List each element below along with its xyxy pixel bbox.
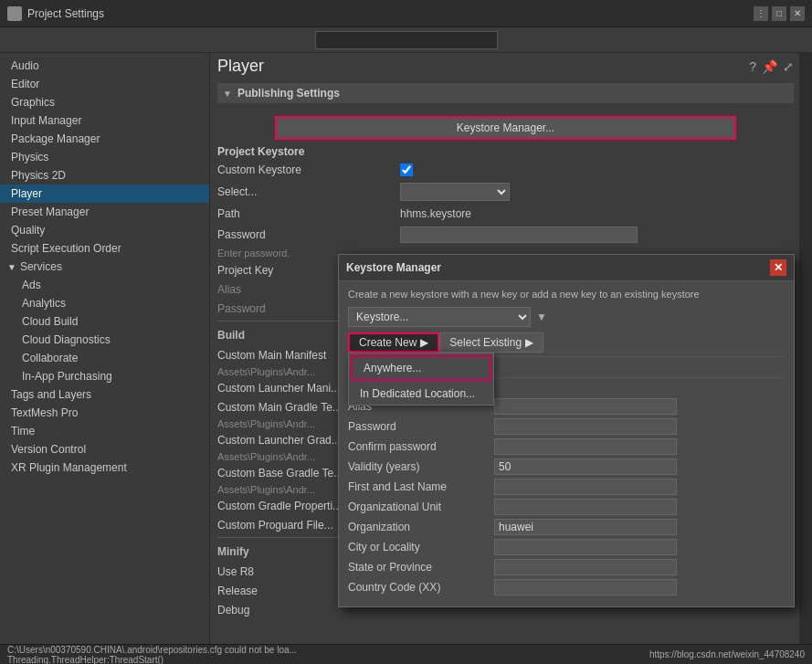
path-value: hhms.keystore: [400, 207, 471, 220]
ks-password-input[interactable]: [494, 418, 677, 435]
sidebar: Audio Editor Graphics Input Manager Pack…: [0, 53, 210, 644]
scrollbar[interactable]: [799, 53, 812, 644]
ks-close-button[interactable]: ✕: [770, 259, 786, 276]
first-last-name-input[interactable]: [494, 479, 677, 495]
sidebar-item-analytics[interactable]: Analytics: [0, 294, 209, 312]
publishing-settings-label: Publishing Settings: [237, 87, 340, 100]
select-existing-arrow: ▶: [525, 336, 533, 349]
sidebar-item-textmesh[interactable]: TextMesh Pro: [0, 404, 209, 422]
window-controls: ⋮ □ ✕: [754, 6, 805, 21]
keystore-manager-button[interactable]: Keystore Manager...: [275, 116, 736, 140]
sidebar-item-editor[interactable]: Editor: [0, 75, 209, 93]
services-label: Services: [20, 260, 62, 273]
org-unit-row: Organizational Unit: [348, 499, 785, 515]
status-bar: C:\Users\n00370590.CHINA\.android\reposi…: [0, 644, 812, 664]
path-row: Path hhms.keystore: [217, 206, 794, 222]
sidebar-item-package-manager[interactable]: Package Manager: [0, 130, 209, 148]
validity-label: Validity (years): [348, 460, 494, 473]
sidebar-item-in-app-purchasing[interactable]: In-App Purchasing: [0, 367, 209, 385]
sidebar-item-tags-layers[interactable]: Tags and Layers: [0, 385, 209, 404]
sidebar-item-services[interactable]: ▼ Services: [0, 258, 209, 276]
pin-button[interactable]: 📌: [762, 59, 777, 74]
publishing-arrow: ▼: [223, 89, 232, 99]
first-last-name-row: First and Last Name: [348, 479, 785, 495]
services-arrow: ▼: [7, 262, 16, 272]
sidebar-item-collaborate[interactable]: Collaborate: [0, 349, 209, 367]
anywhere-option[interactable]: Anywhere...: [351, 355, 491, 381]
organization-input[interactable]: [494, 519, 677, 535]
create-new-label: Create New: [359, 336, 417, 349]
sidebar-item-xr-plugin[interactable]: XR Plugin Management: [0, 458, 209, 477]
project-keystore-label: Project Keystore: [217, 145, 794, 158]
sidebar-item-audio[interactable]: Audio: [0, 57, 209, 75]
confirm-password-input[interactable]: [494, 438, 677, 455]
anywhere-label: Anywhere...: [364, 362, 421, 374]
ks-password-label: Password: [348, 420, 494, 433]
search-bar: [0, 27, 812, 53]
organization-row: Organization: [348, 519, 785, 535]
sidebar-item-cloud-diagnostics[interactable]: Cloud Diagnostics: [0, 331, 209, 349]
validity-row: Validity (years): [348, 458, 785, 475]
select-existing-button[interactable]: Select Existing ▶: [439, 332, 543, 353]
password-input[interactable]: [400, 227, 638, 243]
organization-label: Organization: [348, 521, 494, 533]
select-existing-label: Select Existing: [449, 336, 522, 349]
close-button[interactable]: ✕: [790, 6, 805, 21]
window-title: Project Settings: [27, 7, 754, 20]
sidebar-item-graphics[interactable]: Graphics: [0, 93, 209, 111]
dedicated-location-option[interactable]: In Dedicated Location...: [349, 383, 493, 405]
publishing-settings-header[interactable]: ▼ Publishing Settings: [217, 83, 794, 103]
menu-button[interactable]: ⋮: [754, 6, 768, 21]
city-row: City or Locality: [348, 539, 785, 555]
sidebar-item-script-execution[interactable]: Script Execution Order: [0, 239, 209, 258]
restore-button[interactable]: □: [772, 6, 786, 21]
create-new-button[interactable]: Create New ▶: [348, 332, 439, 353]
sidebar-item-preset-manager[interactable]: Preset Manager: [0, 203, 209, 221]
ks-password-row: Password: [348, 418, 785, 435]
confirm-password-row: Confirm password: [348, 438, 785, 455]
password-label: Password: [217, 228, 400, 241]
country-input[interactable]: [494, 579, 677, 595]
state-input[interactable]: [494, 559, 677, 575]
sidebar-item-input-manager[interactable]: Input Manager: [0, 111, 209, 130]
keystore-select[interactable]: [400, 183, 510, 201]
org-unit-label: Organizational Unit: [348, 501, 494, 513]
country-row: Country Code (XX): [348, 579, 785, 595]
select-label: Select...: [217, 185, 400, 198]
ks-actions-row: Create New ▶ Select Existing ▶ Anywhere.…: [348, 332, 785, 353]
help-button[interactable]: ?: [749, 59, 756, 74]
content-area: Player ? 📌 ⤢ ▼ Publishing Settings Keyst…: [210, 53, 812, 644]
search-input[interactable]: [315, 31, 498, 49]
city-input[interactable]: [494, 539, 677, 555]
confirm-password-label: Confirm password: [348, 440, 494, 453]
ks-dialog-body: Create a new keystore with a new key or …: [339, 281, 794, 606]
sidebar-item-cloud-build[interactable]: Cloud Build: [0, 312, 209, 331]
city-label: City or Locality: [348, 541, 494, 553]
status-left: C:\Users\n00370590.CHINA\.android\reposi…: [7, 645, 297, 665]
first-last-name-label: First and Last Name: [348, 480, 494, 493]
state-label: State or Province: [348, 561, 494, 574]
page-title: Player: [217, 57, 264, 76]
ks-description: Create a new keystore with a new key or …: [348, 289, 785, 300]
sidebar-item-quality[interactable]: Quality: [0, 221, 209, 239]
org-unit-input[interactable]: [494, 499, 677, 515]
sidebar-item-ads[interactable]: Ads: [0, 276, 209, 294]
dedicated-label: In Dedicated Location...: [360, 387, 475, 400]
password-row: Password: [217, 225, 794, 245]
ks-keystore-select[interactable]: Keystore...: [348, 307, 531, 327]
create-new-arrow: ▶: [420, 336, 428, 349]
expand-button[interactable]: ⤢: [783, 59, 794, 74]
status-message-2: Threading.ThreadHelper:ThreadStart(): [7, 655, 163, 665]
sidebar-item-player[interactable]: Player: [0, 184, 209, 203]
ks-dialog-title-bar: Keystore Manager ✕: [339, 255, 794, 281]
alias-field[interactable]: [494, 398, 677, 415]
sidebar-item-physics-2d[interactable]: Physics 2D: [0, 166, 209, 184]
sidebar-item-version-control[interactable]: Version Control: [0, 440, 209, 458]
create-new-dropdown: Anywhere... In Dedicated Location...: [348, 353, 494, 406]
validity-input[interactable]: [494, 458, 677, 475]
sidebar-item-time[interactable]: Time: [0, 422, 209, 440]
state-row: State or Province: [348, 559, 785, 575]
custom-keystore-checkbox[interactable]: [400, 163, 413, 176]
sidebar-item-physics[interactable]: Physics: [0, 148, 209, 166]
ks-keystore-row: Keystore... ▼: [348, 307, 785, 327]
